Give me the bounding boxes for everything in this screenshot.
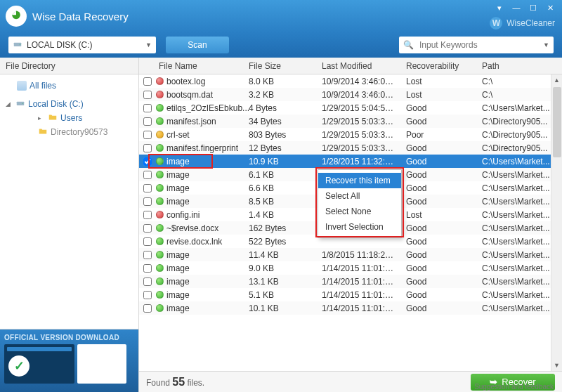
table-row[interactable]: manifest.json34 Bytes1/29/2015 5:03:30 P… bbox=[139, 115, 562, 128]
cell-modified: 1/14/2015 11:01:30 ... bbox=[318, 263, 402, 273]
cell-name: config.ini bbox=[155, 210, 244, 220]
scrollbar[interactable]: ▲ ▼ bbox=[551, 74, 562, 371]
cell-path: C:\Users\Market... bbox=[478, 170, 562, 180]
status-dot-icon bbox=[156, 77, 164, 85]
row-checkbox[interactable] bbox=[143, 144, 152, 152]
promo-banner[interactable]: OFFICIAL VERSION DOWNLOAD ✓ bbox=[0, 329, 138, 392]
cell-name: image bbox=[155, 277, 244, 287]
table-row[interactable]: image11.4 KB1/8/2015 11:18:27 AMGoodC:\U… bbox=[139, 248, 562, 261]
drive-select[interactable]: LOCAL DISK (C:) ▼ bbox=[8, 37, 156, 53]
row-checkbox[interactable] bbox=[143, 77, 152, 86]
chevron-down-icon: ▼ bbox=[145, 41, 152, 48]
cell-path: C:\Users\Market... bbox=[478, 250, 562, 260]
status-dot-icon bbox=[156, 184, 164, 192]
row-checkbox[interactable] bbox=[143, 131, 152, 139]
col-header-recoverability[interactable]: Recoverability bbox=[402, 61, 478, 71]
row-checkbox[interactable] bbox=[143, 211, 152, 219]
cell-recoverability: Good bbox=[402, 117, 478, 126]
col-header-size[interactable]: File Size bbox=[244, 61, 318, 71]
row-checkbox[interactable] bbox=[143, 91, 152, 99]
col-header-modified[interactable]: Last Modified bbox=[318, 61, 402, 71]
row-checkbox[interactable] bbox=[143, 197, 152, 206]
cell-modified: 1/14/2015 11:01:30 ... bbox=[318, 290, 402, 300]
window-menu-icon[interactable]: ▾ bbox=[495, 3, 504, 13]
minimize-icon[interactable]: — bbox=[511, 3, 521, 13]
context-menu-item[interactable]: Invert Selection bbox=[318, 219, 401, 235]
cell-modified: 1/14/2015 11:01:30 ... bbox=[318, 277, 402, 287]
folder-icon bbox=[48, 112, 58, 124]
row-checkbox[interactable] bbox=[143, 264, 152, 273]
row-checkbox[interactable] bbox=[143, 304, 152, 313]
row-checkbox[interactable] bbox=[143, 277, 152, 286]
chevron-down-icon[interactable]: ▼ bbox=[543, 41, 549, 48]
scroll-up-icon[interactable]: ▲ bbox=[551, 74, 562, 86]
table-row[interactable]: crl-set803 Bytes1/29/2015 5:03:30 PMPoor… bbox=[139, 128, 562, 141]
cell-modified: 1/29/2015 5:03:30 PM bbox=[318, 143, 402, 153]
table-row[interactable]: image13.1 KB1/14/2015 11:01:30 ...GoodC:… bbox=[139, 275, 562, 288]
tree-label: Users bbox=[60, 113, 82, 123]
row-checkbox[interactable] bbox=[143, 184, 152, 192]
table-row[interactable]: bootex.log8.0 KB10/9/2014 3:46:03 PMLost… bbox=[139, 74, 562, 88]
row-checkbox-wrap bbox=[139, 169, 155, 181]
scan-button[interactable]: Scan bbox=[166, 37, 229, 53]
row-checkbox[interactable] bbox=[143, 291, 152, 299]
col-header-name[interactable]: File Name bbox=[155, 61, 244, 71]
status-dot-icon bbox=[156, 171, 164, 178]
cell-size: 10.1 KB bbox=[244, 303, 318, 313]
cell-path: C:\Directory905... bbox=[478, 130, 562, 140]
close-icon[interactable]: ✕ bbox=[545, 3, 555, 13]
cell-name: bootex.log bbox=[155, 77, 244, 86]
scroll-down-icon[interactable]: ▼ bbox=[551, 360, 562, 371]
context-menu: Recover this itemSelect AllSelect NoneIn… bbox=[318, 169, 402, 238]
search-input-wrap[interactable]: 🔍 ▼ bbox=[399, 37, 554, 53]
row-checkbox[interactable] bbox=[143, 171, 152, 179]
cell-modified: 1/14/2015 11:01:30 ... bbox=[318, 303, 402, 313]
table-row[interactable]: image9.0 KB1/14/2015 11:01:30 ...GoodC:\… bbox=[139, 261, 562, 275]
maximize-icon[interactable]: ☐ bbox=[528, 3, 538, 13]
cell-recoverability: Good bbox=[402, 157, 478, 166]
row-checkbox[interactable] bbox=[143, 251, 152, 259]
file-name-label: manifest.json bbox=[166, 117, 216, 126]
row-checkbox-wrap bbox=[139, 275, 155, 288]
cell-size: 9.0 KB bbox=[244, 263, 318, 273]
grid-header: File Name File Size Last Modified Recove… bbox=[139, 58, 562, 74]
row-checkbox[interactable] bbox=[143, 117, 152, 126]
brand-badge[interactable]: W WiseCleaner bbox=[490, 17, 555, 30]
table-row[interactable]: image10.1 KB1/14/2015 11:01:30 ...GoodC:… bbox=[139, 301, 562, 315]
cell-path: C:\Directory905... bbox=[478, 117, 562, 126]
file-name-label: image bbox=[166, 197, 190, 207]
col-header-path[interactable]: Path bbox=[478, 61, 562, 71]
promo-badge bbox=[77, 344, 126, 384]
cell-name: image bbox=[155, 290, 244, 300]
feedback-link[interactable]: Suggestion and feedback bbox=[474, 383, 554, 391]
tree-item-all-files[interactable]: All files bbox=[0, 79, 138, 93]
table-row[interactable]: image5.1 KB1/14/2015 11:01:30 ...GoodC:\… bbox=[139, 288, 562, 301]
collapse-icon[interactable]: ◢ bbox=[6, 100, 13, 107]
row-checkbox[interactable] bbox=[143, 237, 152, 246]
search-input[interactable] bbox=[418, 39, 539, 51]
file-name-label: revise.docx.lnk bbox=[166, 237, 222, 247]
row-checkbox[interactable] bbox=[143, 104, 152, 112]
table-row[interactable]: manifest.fingerprint12 Bytes1/29/2015 5:… bbox=[139, 141, 562, 155]
tree-item-users[interactable]: ▸ Users bbox=[0, 111, 138, 125]
tree-item-directory[interactable]: Directory90573 bbox=[0, 125, 138, 139]
table-row[interactable]: bootsqm.dat3.2 KB10/9/2014 3:46:03 PMLos… bbox=[139, 88, 562, 101]
row-checkbox[interactable] bbox=[143, 157, 152, 166]
cell-name: manifest.json bbox=[155, 117, 244, 126]
expand-icon[interactable]: ▸ bbox=[38, 115, 45, 122]
sidebar-spacer bbox=[0, 143, 138, 329]
tree-item-drive[interactable]: ◢ Local Disk (C:) bbox=[0, 97, 138, 111]
context-menu-item[interactable]: Recover this item bbox=[318, 173, 401, 188]
cell-recoverability: Good bbox=[402, 237, 478, 247]
status-dot-icon bbox=[156, 291, 164, 299]
promo-title: OFFICIAL VERSION DOWNLOAD bbox=[4, 334, 134, 341]
table-row[interactable]: etilqs_2OzIEsEbkub...4 Bytes1/29/2015 5:… bbox=[139, 101, 562, 115]
found-count-label: Found 55 files. bbox=[146, 376, 204, 388]
row-checkbox-wrap bbox=[139, 209, 155, 221]
table-row[interactable]: image10.9 KB1/28/2015 11:32:38 ...GoodC:… bbox=[139, 155, 562, 168]
scroll-thumb[interactable] bbox=[553, 87, 561, 157]
row-checkbox-wrap bbox=[139, 195, 155, 208]
context-menu-item[interactable]: Select None bbox=[318, 204, 401, 219]
context-menu-item[interactable]: Select All bbox=[318, 188, 401, 204]
row-checkbox[interactable] bbox=[143, 224, 152, 233]
